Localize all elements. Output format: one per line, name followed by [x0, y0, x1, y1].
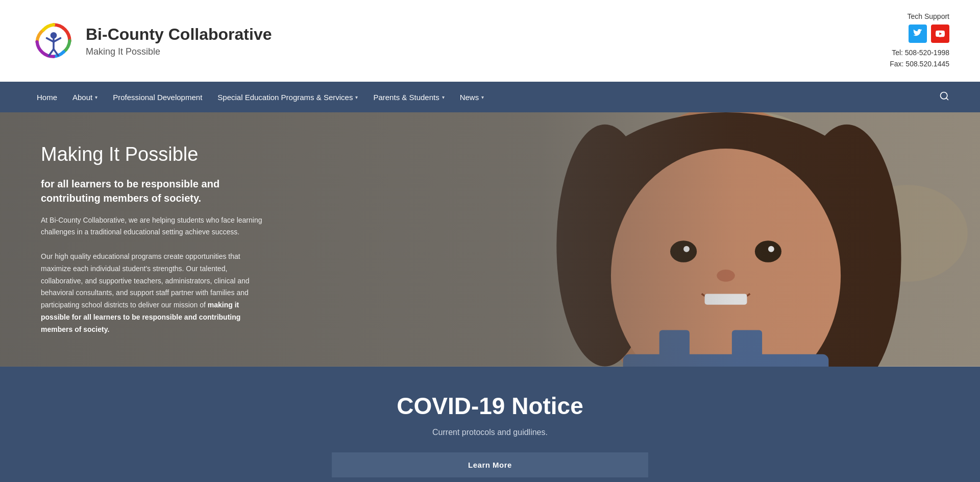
hero-title: Making It Possible	[41, 143, 265, 166]
logo-icon	[31, 18, 77, 64]
svg-point-0	[51, 32, 57, 39]
header-right: Tech Support Tel: 508-520-1998 Fax: 508.…	[890, 12, 949, 70]
about-chevron-icon: ▾	[95, 94, 97, 100]
svg-line-3	[54, 38, 61, 42]
social-icons	[909, 25, 949, 43]
main-navbar: Home About ▾ Professional Development Sp…	[0, 82, 980, 112]
logo-text-block: Bi-County Collaborative Making It Possib…	[86, 25, 272, 57]
nav-professional-development[interactable]: Professional Development	[107, 84, 208, 111]
sped-chevron-icon: ▾	[355, 94, 358, 100]
youtube-button[interactable]	[931, 25, 949, 43]
svg-line-7	[946, 98, 948, 100]
logo-subtitle: Making It Possible	[86, 46, 272, 57]
nav-special-education[interactable]: Special Education Programs & Services ▾	[211, 84, 364, 111]
learn-more-button[interactable]: Learn More	[332, 452, 648, 477]
nav-news-link[interactable]: News ▾	[454, 84, 491, 111]
twitter-button[interactable]	[909, 25, 927, 43]
hero-section: Making It Possible for all learners to b…	[0, 112, 980, 367]
nav-about-link[interactable]: About ▾	[66, 84, 104, 111]
nav-home-link[interactable]: Home	[31, 84, 63, 111]
site-header: Bi-County Collaborative Making It Possib…	[0, 0, 980, 82]
covid-subtitle: Current protocols and guidlines.	[432, 428, 548, 437]
nav-parents-students[interactable]: Parents & Students ▾	[367, 84, 450, 111]
nav-home[interactable]: Home	[31, 84, 63, 111]
tech-support-label: Tech Support	[908, 12, 950, 20]
logo-title: Bi-County Collaborative	[86, 25, 272, 44]
hero-subtitle: for all learners to be responsible and c…	[41, 177, 265, 205]
logo-area: Bi-County Collaborative Making It Possib…	[31, 18, 272, 64]
parents-chevron-icon: ▾	[442, 94, 445, 100]
hero-body: At Bi-County Collaborative, we are helpi…	[41, 214, 265, 336]
hero-body-text-1: At Bi-County Collaborative, we are helpi…	[41, 216, 262, 236]
hero-content: Making It Possible for all learners to b…	[0, 112, 306, 367]
news-chevron-icon: ▾	[481, 94, 484, 100]
covid-title: COVID-19 Notice	[397, 392, 583, 420]
svg-line-2	[47, 38, 54, 42]
contact-info: Tel: 508-520-1998 Fax: 508.520.1445	[890, 47, 949, 70]
covid-section: COVID-19 Notice Current protocols and gu…	[0, 367, 980, 482]
tel-number: Tel: 508-520-1998	[890, 47, 949, 58]
nav-items-list: Home About ▾ Professional Development Sp…	[31, 84, 490, 111]
svg-line-4	[49, 49, 54, 56]
nav-news[interactable]: News ▾	[454, 84, 491, 111]
nav-parents-link[interactable]: Parents & Students ▾	[367, 84, 450, 111]
nav-sped-link[interactable]: Special Education Programs & Services ▾	[211, 84, 364, 111]
nav-about[interactable]: About ▾	[66, 84, 104, 111]
nav-pd-link[interactable]: Professional Development	[107, 84, 208, 111]
search-icon[interactable]	[939, 91, 949, 104]
fax-number: Fax: 508.520.1445	[890, 58, 949, 69]
